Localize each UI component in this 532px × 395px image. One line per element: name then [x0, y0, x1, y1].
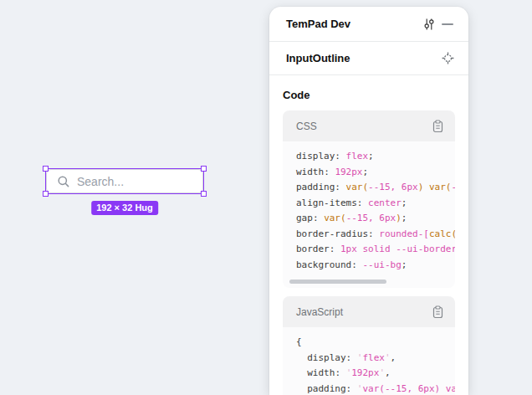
css-block-label: CSS [296, 121, 428, 132]
tempad-dev-plugin-panel: TemPad Dev InputOutline [269, 7, 468, 395]
css-code[interactable]: display: flex;width: 192px;padding: var(… [283, 141, 455, 276]
selected-component-input-outline[interactable]: Search... [45, 168, 204, 194]
copy-javascript-button[interactable] [428, 303, 447, 321]
plugin-header: TemPad Dev [269, 7, 468, 42]
javascript-block-label: JavaScript [296, 306, 428, 318]
css-code-block: CSS display: flex;width: 192px;padding: … [283, 110, 455, 288]
crosshair-target-icon [442, 52, 454, 64]
selected-node-name: InputOutline [286, 52, 438, 64]
selection-handle-top-right[interactable] [201, 166, 207, 172]
code-section-title: Code [283, 89, 455, 101]
search-placeholder-text: Search... [77, 175, 124, 188]
selection-handle-top-left[interactable] [43, 166, 49, 172]
search-icon [57, 175, 70, 188]
minimize-button[interactable] [438, 15, 457, 33]
javascript-block-header: JavaScript [283, 296, 455, 327]
selection-size-badge: 192 × 32 Hug [91, 201, 158, 215]
selection-handle-bottom-left[interactable] [43, 191, 49, 197]
sliders-icon [422, 18, 436, 31]
clipboard-copy-icon [432, 305, 444, 319]
clipboard-copy-icon [432, 120, 444, 133]
code-section: Code CSS display: flex;width: 192px [269, 75, 468, 395]
css-block-header: CSS [283, 110, 455, 141]
preferences-sliders-button[interactable] [420, 15, 438, 33]
javascript-code[interactable]: { display: 'flex', width: '192px', paddi… [283, 327, 455, 395]
locate-node-button[interactable] [438, 49, 457, 68]
selected-node-row: InputOutline [269, 42, 468, 75]
javascript-code-block: JavaScript { display: 'flex', width: '19… [283, 296, 455, 395]
search-input[interactable]: Search... [46, 169, 203, 193]
minimize-icon [441, 18, 454, 31]
plugin-title: TemPad Dev [286, 18, 420, 30]
css-scrollbar-thumb[interactable] [289, 280, 386, 284]
css-horizontal-scrollbar[interactable] [286, 278, 452, 285]
selection-handle-bottom-right[interactable] [201, 191, 207, 197]
copy-css-button[interactable] [428, 117, 447, 136]
